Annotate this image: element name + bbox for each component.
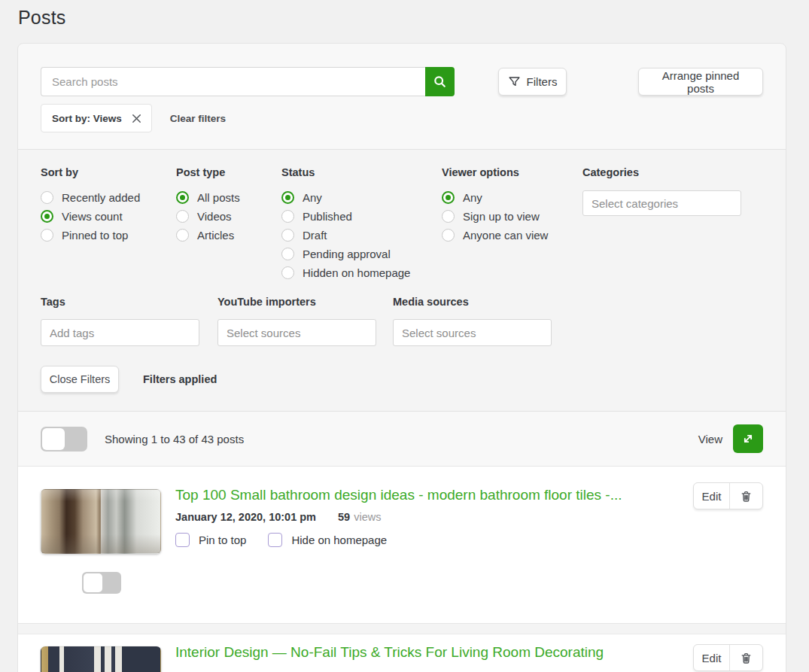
clear-filters-link[interactable]: Clear filters xyxy=(170,113,226,124)
edit-post-button[interactable]: Edit xyxy=(694,645,729,670)
post-options-row: Pin to top Hide on homepage xyxy=(175,533,763,547)
filters-button-label: Filters xyxy=(527,75,558,88)
radio-recently-added[interactable]: Recently added xyxy=(41,188,176,207)
filter-row-primary: Sort by Recently added Views count Pinne… xyxy=(41,166,763,285)
close-filters-button[interactable]: Close Filters xyxy=(41,366,119,393)
radio-icon xyxy=(442,210,455,223)
filter-row-secondary: Tags YouTube importers Media sources xyxy=(41,296,763,346)
radio-viewer-any[interactable]: Any xyxy=(442,188,582,207)
radio-pinned-to-top[interactable]: Pinned to top xyxy=(41,226,176,245)
radio-selected-icon xyxy=(442,191,455,204)
post-thumbnail[interactable] xyxy=(41,489,161,554)
remove-filter-icon[interactable] xyxy=(131,113,142,124)
expand-icon xyxy=(741,431,756,446)
radio-icon xyxy=(281,229,294,242)
radio-icon xyxy=(41,229,53,242)
edit-post-button[interactable]: Edit xyxy=(694,483,729,509)
checkbox-icon xyxy=(268,533,282,547)
arrange-button-label: Arrange pinned posts xyxy=(651,69,750,95)
radio-draft[interactable]: Draft xyxy=(281,226,442,245)
checkbox-icon xyxy=(175,533,190,547)
filter-group-label: Status xyxy=(281,166,442,178)
filter-group-label: Viewer options xyxy=(442,166,582,178)
filter-group-label: Media sources xyxy=(393,296,763,308)
trash-icon xyxy=(739,651,753,665)
search-button[interactable] xyxy=(425,67,455,96)
post-publish-toggle[interactable] xyxy=(82,572,121,594)
filter-group-label: Tags xyxy=(41,296,217,308)
radio-icon xyxy=(442,229,455,242)
youtube-importers-select[interactable] xyxy=(217,319,376,346)
delete-post-button[interactable] xyxy=(729,483,762,509)
radio-icon xyxy=(41,191,53,204)
active-filters-row: Sort by: Views Clear filters xyxy=(18,96,786,149)
toggle-knob xyxy=(84,573,102,592)
radio-icon xyxy=(176,210,189,223)
radio-status-any[interactable]: Any xyxy=(281,188,442,207)
radio-anyone-can-view[interactable]: Anyone can view xyxy=(442,226,582,245)
posts-list: Top 100 Small bathroom design ideas - mo… xyxy=(18,467,786,672)
post-actions: Edit xyxy=(693,644,763,671)
categories-select[interactable] xyxy=(582,190,741,216)
filter-group-tags: Tags xyxy=(41,296,217,346)
filter-group-label: YouTube importers xyxy=(217,296,393,308)
radio-views-count[interactable]: Views count xyxy=(41,207,176,226)
radio-icon xyxy=(281,210,294,223)
delete-post-button[interactable] xyxy=(729,645,762,670)
filters-applied-text: Filters applied xyxy=(143,373,217,385)
filter-funnel-icon xyxy=(508,75,521,88)
sort-filter-chip-label: Sort by: Views xyxy=(52,113,122,124)
post-divider xyxy=(18,624,786,634)
radio-all-posts[interactable]: All posts xyxy=(176,188,281,207)
pin-to-top-option[interactable]: Pin to top xyxy=(175,533,246,547)
radio-icon xyxy=(281,248,294,260)
post-title-link[interactable]: Interior Design — No-Fail Tips & Tricks … xyxy=(175,643,672,661)
view-label: View xyxy=(698,433,722,445)
sort-filter-chip[interactable]: Sort by: Views xyxy=(41,104,152,132)
post-row: Interior Design — No-Fail Tips & Tricks … xyxy=(18,634,786,672)
filter-group-label: Post type xyxy=(176,166,281,178)
media-sources-select[interactable] xyxy=(393,319,552,346)
expand-view-button[interactable] xyxy=(733,424,763,453)
post-actions: Edit xyxy=(693,482,763,509)
radio-sign-up-to-view[interactable]: Sign up to view xyxy=(442,207,582,226)
bulk-select-toggle[interactable] xyxy=(41,427,87,452)
toolbar: Filters Arrange pinned posts xyxy=(18,44,786,96)
filters-button[interactable]: Filters xyxy=(498,68,567,96)
filter-group-media-sources: Media sources xyxy=(393,296,763,346)
radio-articles[interactable]: Articles xyxy=(176,226,281,245)
radio-videos[interactable]: Videos xyxy=(176,207,281,226)
toggle-knob xyxy=(42,428,65,450)
post-date: January 12, 2020, 10:01 pm xyxy=(175,511,316,523)
post-meta: January 12, 2020, 10:01 pm 59 views xyxy=(175,511,763,523)
post-views-count: 59 xyxy=(338,511,350,523)
trash-icon xyxy=(739,489,753,503)
radio-selected-icon xyxy=(281,191,294,204)
hide-on-homepage-option[interactable]: Hide on homepage xyxy=(268,533,387,547)
radio-icon xyxy=(281,266,294,279)
search-input[interactable] xyxy=(41,67,425,96)
search-group xyxy=(41,67,455,96)
radio-pending-approval[interactable]: Pending approval xyxy=(281,245,442,263)
filter-group-post-type: Post type All posts Videos Articles xyxy=(176,166,281,285)
radio-published[interactable]: Published xyxy=(281,207,442,226)
filter-actions: Close Filters Filters applied xyxy=(41,366,763,393)
radio-hidden-on-homepage[interactable]: Hidden on homepage xyxy=(281,263,442,282)
radio-selected-icon xyxy=(176,191,189,204)
radio-icon xyxy=(176,229,189,242)
showing-count-text: Showing 1 to 43 of 43 posts xyxy=(105,433,244,445)
post-thumbnail[interactable] xyxy=(41,646,161,672)
filter-panel: Sort by Recently added Views count Pinne… xyxy=(18,149,786,412)
post-title-link[interactable]: Top 100 Small bathroom design ideas - mo… xyxy=(175,486,672,504)
arrange-pinned-posts-button[interactable]: Arrange pinned posts xyxy=(638,68,763,96)
filter-group-label: Sort by xyxy=(41,166,176,178)
page-title: Posts xyxy=(0,0,809,29)
filter-group-sort-by: Sort by Recently added Views count Pinne… xyxy=(41,166,176,285)
post-views-suffix: views xyxy=(354,511,381,523)
search-icon xyxy=(433,74,447,89)
radio-selected-icon xyxy=(41,210,53,223)
filter-group-label: Categories xyxy=(582,166,763,178)
posts-page: Posts Filters Arrange pinned p xyxy=(0,0,809,672)
filter-group-status: Status Any Published Draft xyxy=(281,166,442,285)
tags-input[interactable] xyxy=(41,319,199,346)
